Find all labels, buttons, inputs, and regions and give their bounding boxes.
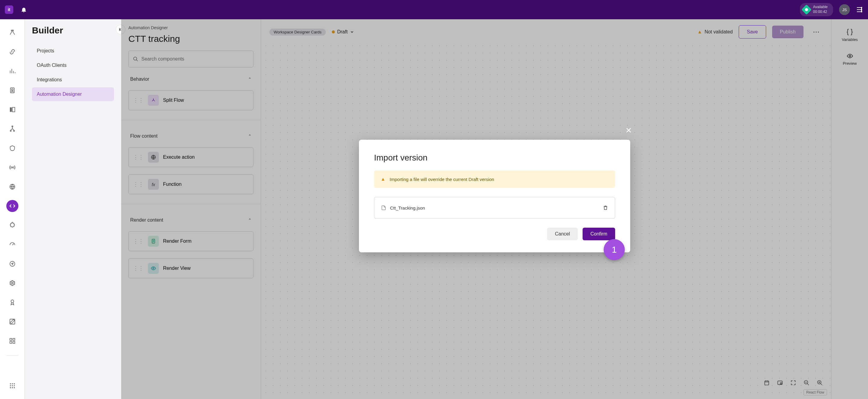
right-rail: { } Variables Preview (831, 19, 868, 399)
rail-icon-compass[interactable] (6, 258, 19, 270)
rail-icon-link[interactable] (6, 46, 19, 58)
fullscreen-icon[interactable] (790, 380, 796, 386)
step-badge: 1 (604, 239, 625, 260)
component-render-form[interactable]: ⋮⋮ Render Form (128, 231, 253, 251)
svg-point-26 (10, 385, 11, 386)
collapse-sidebar-button[interactable] (116, 25, 125, 34)
drag-handle-icon[interactable]: ⋮⋮ (133, 238, 144, 244)
menu-icon[interactable] (856, 6, 863, 13)
presence-icon (801, 4, 812, 15)
svg-point-24 (12, 383, 13, 385)
delete-file-icon[interactable] (603, 205, 608, 210)
component-label: Split Flow (163, 98, 184, 103)
svg-point-29 (10, 387, 11, 389)
divider (121, 204, 261, 204)
page-title: CTT tracking (128, 34, 180, 44)
chevron-up-icon: ⌃ (248, 218, 252, 223)
svg-rect-9 (12, 107, 15, 112)
publish-button[interactable]: Publish (772, 26, 804, 38)
component-label: Execute action (163, 155, 195, 160)
rail-icon-db[interactable] (6, 142, 19, 154)
presence-label: Available (813, 5, 828, 10)
close-icon[interactable]: ✕ (625, 126, 632, 135)
chevron-up-icon: ⌃ (248, 77, 252, 81)
component-label: Render Form (163, 238, 191, 244)
rail-icon-contacts[interactable] (6, 84, 19, 96)
svg-point-25 (13, 383, 15, 385)
section-render-content[interactable]: Render content ⌃ (128, 212, 253, 226)
svg-point-16 (11, 282, 13, 284)
search-components[interactable] (128, 51, 253, 67)
apps-grid-icon[interactable] (6, 380, 19, 392)
svg-point-17 (11, 300, 13, 303)
rail-icon-globe[interactable] (6, 181, 19, 193)
component-execute-action[interactable]: ⋮⋮ Execute action (128, 147, 253, 167)
presence-pill[interactable]: Available 00:00:42 (800, 3, 833, 16)
drag-handle-icon[interactable]: ⋮⋮ (133, 154, 144, 161)
file-icon (381, 205, 386, 210)
modal-title: Import version (374, 153, 615, 163)
app-logo[interactable]: it (5, 5, 13, 14)
sidebar-item-automation-designer[interactable]: Automation Designer (32, 87, 114, 101)
function-icon: fx (148, 179, 159, 190)
chevron-up-icon: ⌃ (248, 134, 252, 138)
component-render-view[interactable]: ⋮⋮ Render View (128, 258, 253, 278)
drag-handle-icon[interactable]: ⋮⋮ (133, 181, 144, 188)
svg-point-11 (10, 130, 11, 132)
svg-point-27 (12, 385, 13, 386)
icon-rail (0, 19, 25, 399)
rail-icon-broadcast[interactable] (6, 161, 19, 173)
breadcrumb[interactable]: Automation Designer (128, 25, 253, 30)
search-input[interactable] (141, 56, 249, 62)
rail-icon-award[interactable] (6, 296, 19, 308)
search-icon (133, 56, 138, 62)
rail-icon-gauge[interactable] (6, 238, 19, 251)
more-menu-icon[interactable]: ⋯ (809, 28, 823, 36)
zoom-out-icon[interactable] (804, 380, 809, 386)
rail-icon-extension[interactable] (6, 219, 19, 231)
rail-icon-edit[interactable] (6, 315, 19, 328)
import-warning-alert: ▲ Importing a file will override the cur… (374, 170, 615, 188)
svg-point-12 (13, 130, 14, 132)
svg-rect-19 (10, 338, 11, 340)
notifications-icon[interactable] (21, 6, 27, 13)
status-dot-icon (332, 30, 335, 33)
rail-icon-bars[interactable] (6, 65, 19, 77)
sidebar-item-projects[interactable]: Projects (32, 44, 114, 58)
confirm-button[interactable]: Confirm (583, 228, 615, 240)
save-button[interactable]: Save (739, 25, 766, 38)
variables-button[interactable]: { } Variables (842, 28, 858, 42)
draft-status[interactable]: Draft (332, 29, 354, 35)
component-split-flow[interactable]: ⋮⋮ Split Flow (128, 90, 253, 110)
eye-icon (148, 263, 159, 274)
drag-handle-icon[interactable]: ⋮⋮ (133, 265, 144, 272)
minimap-icon[interactable] (777, 380, 783, 386)
sidebar-item-integrations[interactable]: Integrations (32, 73, 114, 87)
rail-icon-routing[interactable] (6, 27, 19, 38)
svg-rect-8 (10, 107, 11, 112)
rail-icon-widgets[interactable] (6, 335, 19, 347)
rail-icon-settings[interactable] (6, 277, 19, 289)
avatar[interactable]: JS (839, 4, 850, 15)
drag-handle-icon[interactable]: ⋮⋮ (133, 97, 144, 104)
rail-icon-layout[interactable] (6, 104, 19, 115)
section-flow-content[interactable]: Flow content ⌃ (128, 128, 253, 142)
preview-button[interactable]: Preview (843, 53, 857, 66)
component-function[interactable]: ⋮⋮ fx Function (128, 174, 253, 194)
component-label: Render View (163, 266, 190, 271)
workspace-chip: Workspace Designer Cards (270, 29, 326, 36)
svg-rect-20 (13, 338, 14, 340)
rail-icon-merge[interactable] (6, 123, 19, 135)
zoom-in-icon[interactable] (817, 380, 823, 386)
validation-status: ▲ Not validated (698, 29, 733, 35)
calendar-icon[interactable] (764, 380, 770, 386)
section-behavior[interactable]: Behavior ⌃ (128, 71, 253, 85)
rail-icon-code[interactable] (6, 200, 19, 212)
sidebar-item-oauth[interactable]: OAuth Clients (32, 59, 114, 72)
chevron-down-icon (350, 30, 354, 34)
svg-rect-3 (861, 7, 862, 12)
split-icon (148, 95, 159, 106)
cancel-button[interactable]: Cancel (547, 228, 578, 240)
svg-point-41 (849, 55, 851, 57)
builder-title: Builder (32, 25, 114, 36)
